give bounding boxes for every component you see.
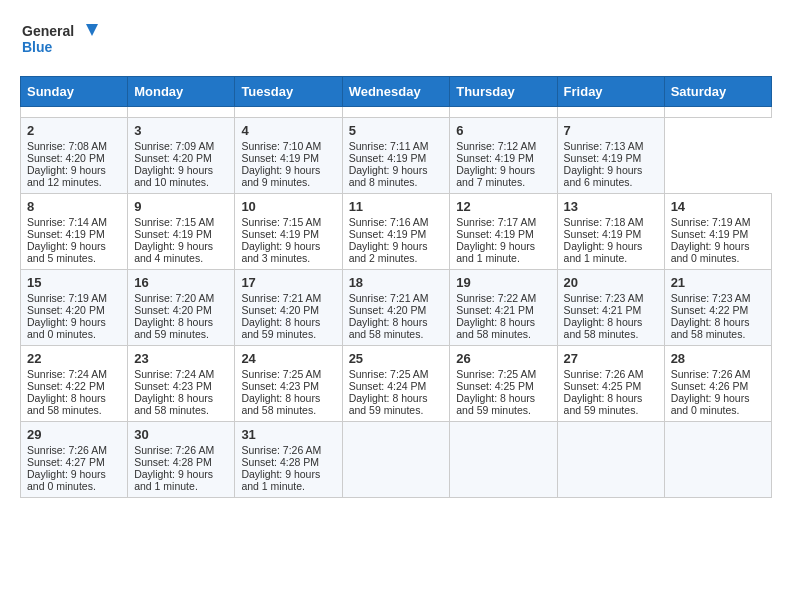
sunrise-text: Sunrise: 7:25 AM (456, 368, 550, 380)
daylight-text: Daylight: 9 hours and 0 minutes. (27, 316, 121, 340)
daylight-text: Daylight: 9 hours and 6 minutes. (564, 164, 658, 188)
calendar-cell: 9Sunrise: 7:15 AMSunset: 4:19 PMDaylight… (128, 194, 235, 270)
calendar-cell (557, 107, 664, 118)
calendar-week-5: 22Sunrise: 7:24 AMSunset: 4:22 PMDayligh… (21, 346, 772, 422)
sunrise-text: Sunrise: 7:26 AM (241, 444, 335, 456)
day-number: 14 (671, 199, 765, 214)
calendar-cell: 29Sunrise: 7:26 AMSunset: 4:27 PMDayligh… (21, 422, 128, 498)
svg-text:General: General (22, 23, 74, 39)
sunrise-text: Sunrise: 7:21 AM (349, 292, 444, 304)
sunrise-text: Sunrise: 7:25 AM (241, 368, 335, 380)
header-day-sunday: Sunday (21, 77, 128, 107)
sunset-text: Sunset: 4:27 PM (27, 456, 121, 468)
sunrise-text: Sunrise: 7:11 AM (349, 140, 444, 152)
sunset-text: Sunset: 4:19 PM (564, 228, 658, 240)
day-number: 27 (564, 351, 658, 366)
page-header: GeneralBlue (20, 20, 772, 60)
day-number: 22 (27, 351, 121, 366)
calendar-cell: 8Sunrise: 7:14 AMSunset: 4:19 PMDaylight… (21, 194, 128, 270)
sunset-text: Sunset: 4:19 PM (241, 228, 335, 240)
calendar-cell: 28Sunrise: 7:26 AMSunset: 4:26 PMDayligh… (664, 346, 771, 422)
calendar-cell: 13Sunrise: 7:18 AMSunset: 4:19 PMDayligh… (557, 194, 664, 270)
day-number: 15 (27, 275, 121, 290)
sunset-text: Sunset: 4:24 PM (349, 380, 444, 392)
sunset-text: Sunset: 4:20 PM (241, 304, 335, 316)
calendar-cell (664, 422, 771, 498)
sunset-text: Sunset: 4:23 PM (134, 380, 228, 392)
logo-svg: GeneralBlue (20, 20, 100, 60)
daylight-text: Daylight: 9 hours and 5 minutes. (27, 240, 121, 264)
calendar-cell (664, 107, 771, 118)
daylight-text: Daylight: 9 hours and 0 minutes. (671, 392, 765, 416)
calendar-cell (450, 422, 557, 498)
daylight-text: Daylight: 9 hours and 3 minutes. (241, 240, 335, 264)
calendar-cell: 6Sunrise: 7:12 AMSunset: 4:19 PMDaylight… (450, 118, 557, 194)
sunset-text: Sunset: 4:21 PM (456, 304, 550, 316)
sunrise-text: Sunrise: 7:26 AM (564, 368, 658, 380)
sunrise-text: Sunrise: 7:09 AM (134, 140, 228, 152)
daylight-text: Daylight: 8 hours and 58 minutes. (564, 316, 658, 340)
daylight-text: Daylight: 8 hours and 59 minutes. (456, 392, 550, 416)
sunrise-text: Sunrise: 7:26 AM (134, 444, 228, 456)
daylight-text: Daylight: 9 hours and 12 minutes. (27, 164, 121, 188)
sunrise-text: Sunrise: 7:20 AM (134, 292, 228, 304)
day-number: 19 (456, 275, 550, 290)
day-number: 7 (564, 123, 658, 138)
day-number: 26 (456, 351, 550, 366)
day-number: 23 (134, 351, 228, 366)
calendar-cell: 26Sunrise: 7:25 AMSunset: 4:25 PMDayligh… (450, 346, 557, 422)
sunset-text: Sunset: 4:21 PM (564, 304, 658, 316)
daylight-text: Daylight: 9 hours and 1 minute. (456, 240, 550, 264)
sunset-text: Sunset: 4:20 PM (27, 152, 121, 164)
calendar-cell: 4Sunrise: 7:10 AMSunset: 4:19 PMDaylight… (235, 118, 342, 194)
sunset-text: Sunset: 4:22 PM (27, 380, 121, 392)
sunset-text: Sunset: 4:20 PM (134, 304, 228, 316)
calendar-cell: 21Sunrise: 7:23 AMSunset: 4:22 PMDayligh… (664, 270, 771, 346)
day-number: 5 (349, 123, 444, 138)
sunrise-text: Sunrise: 7:12 AM (456, 140, 550, 152)
calendar-cell: 11Sunrise: 7:16 AMSunset: 4:19 PMDayligh… (342, 194, 450, 270)
sunset-text: Sunset: 4:28 PM (134, 456, 228, 468)
day-number: 18 (349, 275, 444, 290)
day-number: 12 (456, 199, 550, 214)
calendar-cell: 31Sunrise: 7:26 AMSunset: 4:28 PMDayligh… (235, 422, 342, 498)
day-number: 10 (241, 199, 335, 214)
daylight-text: Daylight: 8 hours and 58 minutes. (456, 316, 550, 340)
daylight-text: Daylight: 8 hours and 58 minutes. (349, 316, 444, 340)
calendar-cell: 27Sunrise: 7:26 AMSunset: 4:25 PMDayligh… (557, 346, 664, 422)
day-number: 13 (564, 199, 658, 214)
calendar-week-2: 2Sunrise: 7:08 AMSunset: 4:20 PMDaylight… (21, 118, 772, 194)
day-number: 30 (134, 427, 228, 442)
daylight-text: Daylight: 8 hours and 59 minutes. (564, 392, 658, 416)
calendar-cell: 10Sunrise: 7:15 AMSunset: 4:19 PMDayligh… (235, 194, 342, 270)
daylight-text: Daylight: 8 hours and 59 minutes. (241, 316, 335, 340)
calendar-cell (557, 422, 664, 498)
sunset-text: Sunset: 4:25 PM (456, 380, 550, 392)
sunrise-text: Sunrise: 7:10 AM (241, 140, 335, 152)
day-number: 28 (671, 351, 765, 366)
calendar-cell: 25Sunrise: 7:25 AMSunset: 4:24 PMDayligh… (342, 346, 450, 422)
sunset-text: Sunset: 4:19 PM (27, 228, 121, 240)
sunset-text: Sunset: 4:19 PM (456, 228, 550, 240)
daylight-text: Daylight: 9 hours and 0 minutes. (27, 468, 121, 492)
sunrise-text: Sunrise: 7:26 AM (671, 368, 765, 380)
sunset-text: Sunset: 4:19 PM (134, 228, 228, 240)
calendar-week-4: 15Sunrise: 7:19 AMSunset: 4:20 PMDayligh… (21, 270, 772, 346)
calendar-week-3: 8Sunrise: 7:14 AMSunset: 4:19 PMDaylight… (21, 194, 772, 270)
day-number: 2 (27, 123, 121, 138)
daylight-text: Daylight: 9 hours and 7 minutes. (456, 164, 550, 188)
calendar-cell: 24Sunrise: 7:25 AMSunset: 4:23 PMDayligh… (235, 346, 342, 422)
daylight-text: Daylight: 8 hours and 59 minutes. (349, 392, 444, 416)
header-day-monday: Monday (128, 77, 235, 107)
day-number: 31 (241, 427, 335, 442)
daylight-text: Daylight: 8 hours and 58 minutes. (671, 316, 765, 340)
daylight-text: Daylight: 9 hours and 0 minutes. (671, 240, 765, 264)
calendar-cell: 23Sunrise: 7:24 AMSunset: 4:23 PMDayligh… (128, 346, 235, 422)
day-number: 9 (134, 199, 228, 214)
sunset-text: Sunset: 4:20 PM (349, 304, 444, 316)
calendar-table: SundayMondayTuesdayWednesdayThursdayFrid… (20, 76, 772, 498)
sunrise-text: Sunrise: 7:21 AM (241, 292, 335, 304)
sunrise-text: Sunrise: 7:26 AM (27, 444, 121, 456)
sunset-text: Sunset: 4:19 PM (564, 152, 658, 164)
header-day-thursday: Thursday (450, 77, 557, 107)
